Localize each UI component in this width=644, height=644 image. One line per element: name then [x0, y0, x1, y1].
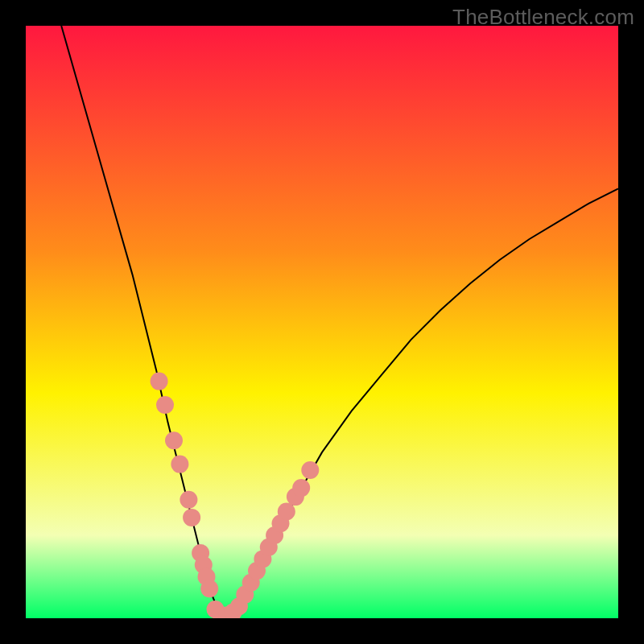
curve-marker — [171, 456, 188, 473]
curve-marker — [200, 580, 218, 597]
bottleneck-chart — [26, 26, 618, 618]
gradient-background — [26, 26, 618, 618]
curve-marker — [180, 491, 197, 509]
chart-frame: TheBottleneck.com — [0, 0, 644, 644]
curve-marker — [151, 373, 168, 390]
plot-area — [26, 26, 618, 618]
curve-marker — [301, 461, 319, 479]
watermark-text: TheBottleneck.com — [452, 5, 634, 30]
curve-marker — [278, 503, 295, 521]
curve-marker — [156, 396, 174, 414]
curve-marker — [183, 509, 200, 526]
curve-marker — [292, 479, 310, 497]
curve-marker — [165, 431, 183, 449]
